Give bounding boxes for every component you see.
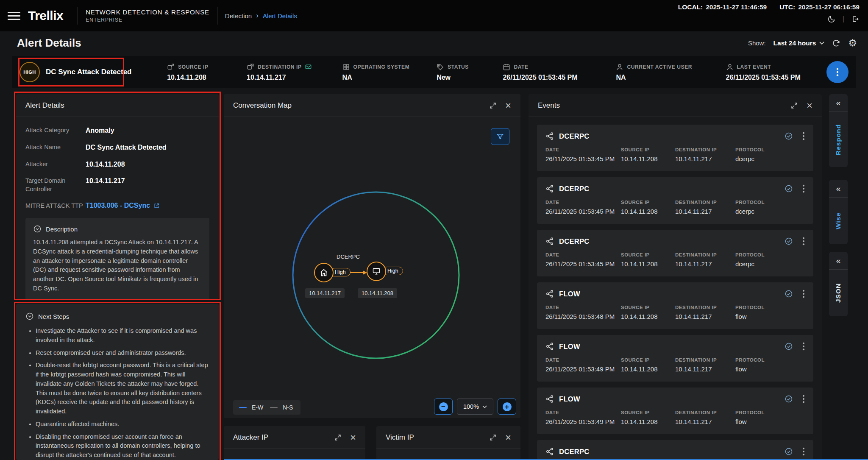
ack-check-circle-icon[interactable] — [785, 237, 793, 245]
detail-row-mitre: MITRE ATT&CK TTP T1003.006 - DCSync — [25, 202, 209, 210]
event-card[interactable]: FLOW DATE26/11/2025 01:53:48 PM SOURCE I… — [537, 282, 813, 329]
last-event-user-icon — [726, 63, 734, 71]
map-filter-button[interactable] — [491, 128, 509, 145]
zoom-level-select[interactable]: 100% — [457, 399, 493, 415]
zoom-out-button[interactable]: − — [434, 399, 453, 415]
utc-time-label: UTC: — [779, 3, 795, 11]
collapse-chevrons-icon[interactable]: « — [829, 94, 848, 112]
col-label: DESTINATION IP — [675, 357, 735, 362]
divider: | — [843, 15, 844, 23]
kebab-menu-icon[interactable] — [802, 342, 805, 351]
col-label: DATE — [545, 410, 621, 415]
zoom-in-button[interactable]: + — [498, 399, 516, 415]
tab-respond[interactable]: Respond — [835, 112, 842, 167]
settings-gear-icon[interactable]: ⚙ — [848, 38, 857, 48]
col-label: PROTOCOL — [735, 147, 805, 152]
conversation-map-panel: Conversation Map × DCERPC High 10.14.11.… — [224, 94, 520, 418]
calendar-icon — [503, 63, 510, 71]
tab-json[interactable]: JSON — [835, 270, 842, 316]
next-step-item: Double-reset the krbtgt account password… — [36, 361, 209, 416]
event-card[interactable]: DCERPC — [537, 440, 813, 460]
close-icon[interactable]: × — [350, 432, 356, 443]
event-type: DCERPC — [559, 185, 589, 193]
collapse-chevrons-icon[interactable]: « — [829, 252, 848, 270]
col-label: DATE — [545, 200, 621, 205]
event-type: FLOW — [559, 343, 580, 351]
breadcrumb-current: Alert Details — [263, 12, 297, 20]
expand-icon[interactable] — [489, 434, 497, 441]
field-label: STATUS — [448, 64, 469, 70]
event-card[interactable]: DCERPC DATE26/11/2025 01:53:45 PM SOURCE… — [537, 177, 813, 224]
kebab-menu-icon[interactable] — [802, 184, 805, 193]
victim-node[interactable] — [314, 263, 334, 282]
event-protocol: dcerpc — [735, 260, 805, 268]
kebab-menu-icon[interactable] — [802, 394, 805, 404]
event-card[interactable]: FLOW DATE26/11/2025 01:53:49 PM SOURCE I… — [537, 388, 813, 434]
local-time-value: 2025-11-27 11:46:59 — [706, 3, 767, 11]
domain-controller-home-icon — [319, 268, 328, 277]
severity-badge: HIGH — [19, 62, 40, 82]
ack-check-circle-icon[interactable] — [785, 184, 793, 193]
detail-value: Anomaly — [86, 126, 114, 135]
detail-label: Attack Name — [25, 143, 86, 152]
event-destination-ip: 10.14.11.217 — [675, 418, 735, 425]
tab-wise[interactable]: Wise — [835, 198, 842, 244]
event-card[interactable]: DCERPC DATE26/11/2025 01:53:45 PM SOURCE… — [537, 125, 813, 171]
ack-check-circle-icon[interactable] — [785, 447, 793, 456]
kebab-menu-icon[interactable] — [802, 237, 805, 246]
col-label: PROTOCOL — [735, 305, 805, 310]
collapse-chevrons-icon[interactable]: « — [829, 180, 848, 198]
panel-title: Attacker IP — [233, 433, 268, 442]
event-card[interactable]: FLOW DATE26/11/2025 01:53:49 PM SOURCE I… — [537, 335, 813, 382]
summary-more-button[interactable] — [826, 61, 849, 83]
field-label: OPERATING SYSTEM — [353, 64, 410, 70]
field-label: CURRENT ACTIVE USER — [627, 64, 692, 70]
ack-check-circle-icon[interactable] — [785, 290, 793, 298]
col-label: DATE — [545, 305, 621, 310]
kebab-menu-icon[interactable] — [802, 447, 805, 456]
logout-icon[interactable] — [851, 15, 860, 23]
ack-check-circle-icon[interactable] — [785, 342, 793, 351]
col-label: DATE — [545, 357, 621, 362]
col-label: SOURCE IP — [621, 410, 675, 415]
mitre-link-text: T1003.006 - DCSync — [86, 202, 150, 209]
collapse-circle-icon[interactable] — [25, 312, 34, 321]
show-label: Show: — [748, 39, 766, 47]
summary-field-source-ip: SOURCE IP 10.14.11.208 — [167, 63, 247, 81]
attacker-node[interactable] — [367, 262, 386, 281]
collapse-circle-icon[interactable] — [33, 225, 42, 233]
ack-check-circle-icon[interactable] — [785, 395, 793, 403]
col-label: PROTOCOL — [735, 200, 805, 205]
filter-funnel-icon — [496, 133, 504, 140]
time-range-dropdown[interactable]: Last 24 hours — [773, 39, 825, 47]
next-steps-panel: Next Steps Investigate the Attacker to s… — [16, 304, 219, 460]
divider — [217, 7, 217, 25]
description-box: Description 10.14.11.208 attempted a DCS… — [25, 218, 209, 299]
expand-icon[interactable] — [790, 102, 798, 109]
refresh-icon[interactable] — [832, 39, 840, 47]
menu-icon[interactable] — [8, 9, 20, 22]
col-label: SOURCE IP — [621, 147, 675, 152]
field-value: 26/11/2025 01:53:45 PM — [726, 74, 826, 81]
victim-ip-panel: Victim IP × — [376, 426, 520, 460]
dark-mode-moon-icon[interactable] — [827, 15, 836, 23]
kebab-menu-icon[interactable] — [802, 131, 805, 141]
ack-check-circle-icon[interactable] — [785, 132, 793, 140]
edge-arrow-icon — [349, 270, 368, 275]
close-icon[interactable]: × — [505, 432, 511, 443]
mitre-ttp-link[interactable]: T1003.006 - DCSync — [86, 202, 160, 210]
event-type: FLOW — [559, 395, 580, 403]
expand-icon[interactable] — [334, 434, 342, 441]
close-icon[interactable]: × — [505, 100, 511, 111]
brand-logo[interactable]: Trellix — [28, 8, 63, 23]
breadcrumb-detection[interactable]: Detection — [225, 12, 252, 20]
kebab-menu-icon[interactable] — [802, 289, 805, 298]
col-label: PROTOCOL — [735, 410, 805, 415]
event-card[interactable]: DCERPC DATE26/11/2025 01:53:45 PM SOURCE… — [537, 230, 813, 276]
wise-rail: « Wise — [829, 180, 848, 244]
expand-icon[interactable] — [489, 102, 497, 109]
share-network-icon — [545, 237, 554, 245]
share-network-icon — [545, 132, 554, 140]
event-date: 26/11/2025 01:53:45 PM — [545, 155, 621, 162]
close-icon[interactable]: × — [807, 100, 812, 111]
